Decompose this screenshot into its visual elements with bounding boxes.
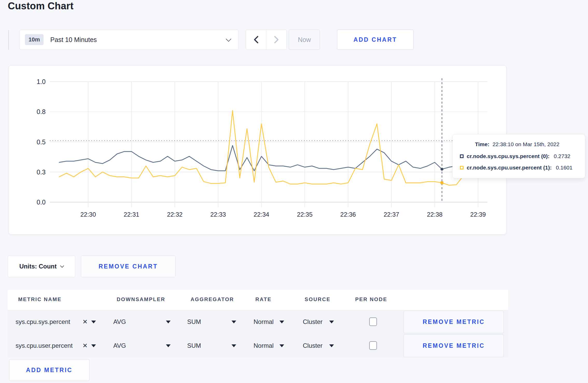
col-header-source: SOURCE [305, 296, 331, 302]
units-label: Units: Count [19, 263, 57, 270]
remove-metric-button[interactable]: REMOVE METRIC [404, 311, 504, 333]
timeseries-chart[interactable]: 1.00.80.50.30.022:3022:3122:3222:3322:34… [9, 65, 506, 235]
chevron-down-icon [60, 264, 64, 268]
x-tick-label: 22:35 [297, 211, 312, 218]
x-tick-label: 22:32 [167, 211, 183, 218]
time-range-badge: 10m [25, 34, 44, 45]
caret-down-icon[interactable] [329, 321, 334, 323]
caret-down-icon[interactable] [329, 344, 334, 347]
series-line-user [59, 111, 485, 185]
downsampler-select[interactable]: AVG [113, 310, 126, 334]
caret-down-icon[interactable] [166, 321, 171, 323]
add-chart-button[interactable]: ADD CHART [337, 30, 414, 50]
x-tick-label: 22:30 [80, 211, 96, 218]
chevron-left-icon [253, 35, 260, 44]
metric-row: sys.cpu.sys.percent ✕ AVG SUM Normal Clu… [8, 310, 508, 334]
tooltip-series-row: cr.node.sys.cpu.sys.percent (0): 0.2732 [460, 153, 578, 159]
tooltip-time-label: Time: [475, 141, 489, 147]
y-tick-label: 0.8 [37, 108, 46, 115]
toolbar-divider [8, 30, 9, 50]
x-tick-label: 22:33 [210, 211, 226, 218]
remove-chart-button[interactable]: REMOVE CHART [81, 256, 176, 277]
clear-metric-icon[interactable]: ✕ [82, 310, 88, 334]
source-select[interactable]: Cluster [303, 310, 323, 334]
now-button[interactable]: Now [289, 30, 320, 50]
y-tick-label: 0.3 [37, 168, 46, 176]
tooltip-series-value: 0.2732 [554, 153, 570, 159]
metric-name-select[interactable]: sys.cpu.user.percent [16, 334, 73, 358]
col-header-aggregator: AGGREGATOR [191, 296, 234, 302]
tooltip-series-row: cr.node.sys.cpu.user.percent (1): 0.1601 [460, 165, 578, 171]
metric-name-select[interactable]: sys.cpu.sys.percent [16, 310, 70, 334]
x-tick-label: 22:39 [470, 211, 486, 218]
next-range-button[interactable] [266, 30, 287, 50]
aggregator-select[interactable]: SUM [187, 310, 201, 334]
x-tick-label: 22:37 [384, 211, 399, 218]
rate-select[interactable]: Normal [254, 310, 274, 334]
tooltip-time-value: 22:38:10 on Mar 15th, 2022 [493, 141, 559, 147]
source-select[interactable]: Cluster [303, 334, 323, 358]
metrics-table-header: METRIC NAME DOWNSAMPLER AGGREGATOR RATE … [8, 290, 508, 310]
caret-down-icon[interactable] [279, 321, 284, 323]
chevron-down-icon [226, 36, 231, 41]
page-title: Custom Chart [8, 1, 74, 12]
x-tick-label: 22:31 [124, 211, 139, 218]
y-tick-label: 0.0 [37, 198, 46, 206]
caret-down-icon[interactable] [91, 344, 96, 347]
col-header-per-node: PER NODE [355, 296, 387, 302]
x-tick-label: 22:38 [427, 211, 443, 218]
metric-row: sys.cpu.user.percent ✕ AVG SUM Normal Cl… [8, 334, 508, 358]
col-header-metric-name: METRIC NAME [18, 296, 62, 302]
tooltip-time: Time:22:38:10 on Mar 15th, 2022 [460, 141, 578, 147]
caret-down-icon[interactable] [166, 344, 171, 347]
x-tick-label: 22:36 [340, 211, 356, 218]
caret-down-icon[interactable] [91, 321, 96, 323]
remove-metric-button[interactable]: REMOVE METRIC [404, 335, 504, 357]
rate-select[interactable]: Normal [254, 334, 274, 358]
caret-down-icon[interactable] [232, 344, 236, 347]
prev-range-button[interactable] [246, 30, 266, 50]
col-header-downsampler: DOWNSAMPLER [117, 296, 165, 302]
hover-marker-sys [440, 168, 443, 171]
y-tick-label: 1.0 [37, 78, 46, 85]
units-select[interactable]: Units: Count [8, 256, 75, 277]
custom-chart-page: Custom Chart 10m Past 10 Minutes Now ADD… [0, 0, 588, 383]
hover-marker-user [440, 181, 443, 184]
tooltip-series-label: cr.node.sys.cpu.user.percent (1): [467, 165, 552, 171]
x-tick-label: 22:34 [254, 211, 269, 218]
per-node-checkbox[interactable] [369, 317, 377, 326]
series-line-sys [59, 146, 485, 171]
chart-tooltip: Time:22:38:10 on Mar 15th, 2022 cr.node.… [452, 134, 585, 178]
series-user-swatch-icon [460, 166, 464, 169]
caret-down-icon[interactable] [232, 321, 236, 323]
tooltip-series-label: cr.node.sys.cpu.sys.percent (0): [467, 153, 550, 159]
downsampler-select[interactable]: AVG [113, 334, 126, 358]
time-pager [246, 30, 287, 50]
y-tick-label: 0.5 [37, 138, 46, 146]
time-range-label: Past 10 Minutes [50, 36, 97, 44]
chevron-right-icon [273, 35, 280, 44]
add-metric-button[interactable]: ADD METRIC [9, 359, 89, 381]
per-node-checkbox[interactable] [369, 341, 377, 350]
clear-metric-icon[interactable]: ✕ [82, 334, 88, 358]
time-range-select[interactable]: 10m Past 10 Minutes [19, 30, 239, 50]
series-sys-swatch-icon [460, 154, 464, 158]
tooltip-series-value: 0.1601 [556, 165, 572, 171]
caret-down-icon[interactable] [279, 344, 284, 347]
aggregator-select[interactable]: SUM [187, 334, 201, 358]
col-header-rate: RATE [255, 296, 272, 302]
